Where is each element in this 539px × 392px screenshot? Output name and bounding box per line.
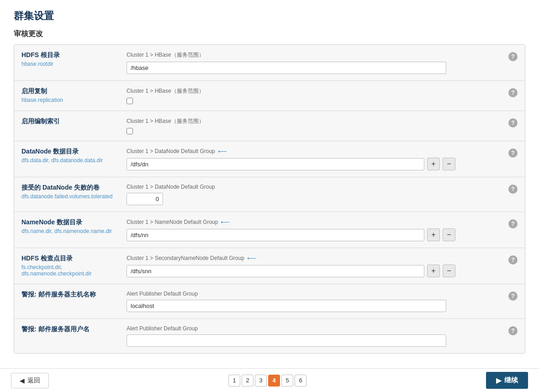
datanode-failed-volumes-input[interactable] [127,193,163,205]
scope-arrow-icon: ⟵ [247,254,256,262]
config-scope: Cluster 1 > HBase（服务范围） [127,87,501,95]
config-label-main: 启用编制索引 [21,117,119,126]
config-help-col: ? [501,148,518,158]
config-content-col: Cluster 1 > HBase（服务范围） [127,117,501,134]
page-num-4[interactable]: 4 [268,375,280,386]
config-label-main: DataNode 数据目录 [21,148,119,156]
hdfs-root-dir-input[interactable] [127,62,446,74]
page-num-3[interactable]: 3 [255,375,267,386]
config-label-col: 警报: 邮件服务器主机名称 [21,291,127,300]
config-label-col: DataNode 数据目录dfs.data.dir, dfs.datanode.… [21,148,127,164]
config-scope: Cluster 1 > NameNode Default Group⟵ [127,218,501,226]
page-title: 群集设置 [14,9,525,23]
section-subtitle: 审核更改 [14,29,525,39]
config-scope: Cluster 1 > HBase（服务范围） [127,51,501,59]
hdfs-checkpoint-dir-help-icon[interactable]: ? [508,255,518,265]
config-content-col: Cluster 1 > DataNode Default Group⟵+− [127,148,501,170]
config-scope: Alert Publisher Default Group [127,291,501,297]
checkbox-row [127,98,501,104]
config-help-col: ? [501,117,518,127]
continue-icon: ▶ [496,376,502,385]
datanode-data-dir-help-icon[interactable]: ? [508,148,518,158]
config-help-col: ? [501,325,518,335]
config-row: DataNode 数据目录dfs.data.dir, dfs.datanode.… [14,141,525,177]
config-label-sub: hbase.rootdir [21,61,119,67]
page-num-6[interactable]: 6 [295,375,306,386]
config-content-col: Cluster 1 > NameNode Default Group⟵+− [127,218,501,241]
config-label-col: 启用复制hbase.replication [21,87,127,103]
page-num-1[interactable]: 1 [228,375,240,386]
input-with-buttons: +− [127,228,455,241]
namenode-data-dir-help-icon[interactable]: ? [508,219,518,228]
config-content-col: Alert Publisher Default Group [127,325,501,347]
namenode-data-dir-remove-button[interactable]: − [443,228,455,241]
back-label: 返回 [27,376,40,385]
config-label-sub: dfs.data.dir, dfs.datanode.data.dir [21,157,119,164]
namenode-data-dir-input[interactable] [127,229,424,241]
config-content-col: Cluster 1 > HBase（服务范围） [127,51,501,74]
config-scope: Cluster 1 > SecondaryNameNode Default Gr… [127,254,501,262]
config-label-main: NameNode 数据目录 [21,218,119,227]
checkbox-row [127,128,501,134]
back-icon: ◀ [20,377,25,384]
config-label-sub: dfs.name.dir, dfs.namenode.name.dir [21,228,119,234]
continue-button[interactable]: ▶ 继续 [486,372,528,386]
config-row: 接受的 DataNode 失败的卷dfs.datanode.failed.vol… [14,177,525,212]
config-row: NameNode 数据目录dfs.name.dir, dfs.namenode.… [14,212,525,248]
datanode-data-dir-add-button[interactable]: + [427,158,440,170]
config-row: 警报: 邮件服务器用户名Alert Publisher Default Grou… [14,319,525,353]
config-row: 启用编制索引Cluster 1 > HBase（服务范围）? [14,111,525,141]
config-label-main: 警报: 邮件服务器主机名称 [21,291,119,299]
config-row: 警报: 邮件服务器主机名称Alert Publisher Default Gro… [14,284,525,319]
config-row: HDFS 检查点目录fs.checkpoint.dir, dfs.namenod… [14,248,525,284]
scope-arrow-icon: ⟵ [218,148,227,155]
config-label-main: HDFS 根目录 [21,51,119,59]
config-table: HDFS 根目录hbase.rootdirCluster 1 > HBase（服… [14,44,525,354]
config-label-col: 警报: 邮件服务器用户名 [21,325,127,335]
config-help-col: ? [501,254,518,265]
page-num-2[interactable]: 2 [242,375,254,386]
enable-index-help-icon[interactable]: ? [508,118,518,127]
input-with-buttons: +− [127,158,455,170]
enable-replication-checkbox[interactable] [127,98,133,104]
page-num-5[interactable]: 5 [281,375,293,386]
config-help-col: ? [501,291,518,301]
config-help-col: ? [501,184,518,194]
config-label-main: 接受的 DataNode 失败的卷 [21,184,119,192]
alert-mail-username-help-icon[interactable]: ? [508,326,518,335]
config-scope: Cluster 1 > DataNode Default Group [127,184,501,190]
config-content-col: Cluster 1 > DataNode Default Group [127,184,501,205]
config-row: HDFS 根目录hbase.rootdirCluster 1 > HBase（服… [14,45,525,81]
config-label-main: 警报: 邮件服务器用户名 [21,325,119,334]
enable-index-checkbox[interactable] [127,128,133,134]
alert-mail-host-help-icon[interactable]: ? [508,291,518,301]
footer-bar: ◀ 返回 123456 ▶ 继续 [0,368,539,386]
config-help-col: ? [501,51,518,61]
datanode-failed-volumes-help-icon[interactable]: ? [508,185,518,194]
pagination: 123456 [228,375,306,386]
config-label-col: HDFS 检查点目录fs.checkpoint.dir, dfs.namenod… [21,254,127,277]
namenode-data-dir-add-button[interactable]: + [427,228,440,241]
hdfs-checkpoint-dir-remove-button[interactable]: − [443,265,455,277]
config-label-col: HDFS 根目录hbase.rootdir [21,51,127,67]
datanode-data-dir-input[interactable] [127,158,424,170]
alert-mail-username-input[interactable] [127,334,446,347]
hdfs-root-dir-help-icon[interactable]: ? [508,52,518,61]
datanode-data-dir-remove-button[interactable]: − [443,158,455,170]
input-with-buttons: +− [127,265,455,277]
hdfs-checkpoint-dir-add-button[interactable]: + [427,265,440,277]
config-label-main: 启用复制 [21,87,119,95]
config-label-sub: dfs.datanode.failed.volumes.tolerated [21,193,119,200]
config-label-sub: fs.checkpoint.dir, dfs.namenode.checkpoi… [21,264,119,277]
config-label-col: NameNode 数据目录dfs.name.dir, dfs.namenode.… [21,218,127,234]
alert-mail-host-input[interactable] [127,300,446,312]
enable-replication-help-icon[interactable]: ? [508,88,518,97]
config-label-col: 启用编制索引 [21,117,127,127]
hdfs-checkpoint-dir-input[interactable] [127,265,424,277]
config-label-col: 接受的 DataNode 失败的卷dfs.datanode.failed.vol… [21,184,127,200]
config-help-col: ? [501,218,518,228]
config-content-col: Alert Publisher Default Group [127,291,501,312]
back-button[interactable]: ◀ 返回 [11,373,49,386]
config-scope: Alert Publisher Default Group [127,325,501,332]
config-label-main: HDFS 检查点目录 [21,254,119,263]
